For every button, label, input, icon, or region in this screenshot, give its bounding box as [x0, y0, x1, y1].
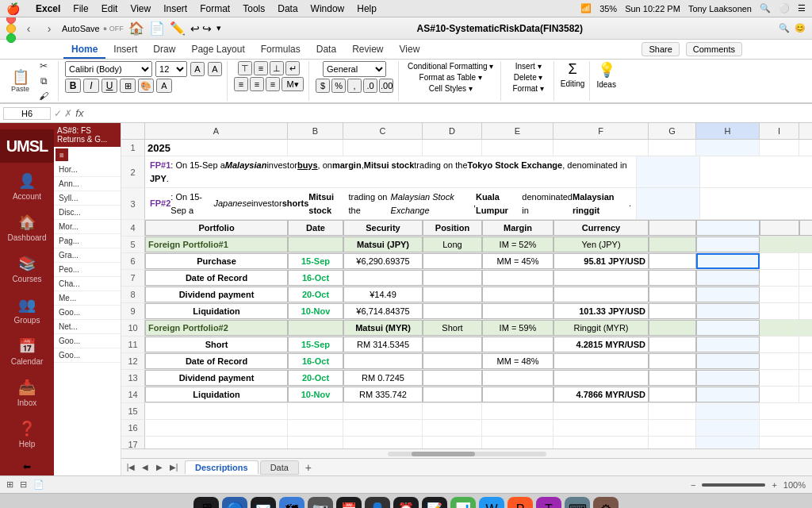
cell-E15[interactable]	[482, 403, 553, 419]
cell-F8[interactable]	[553, 287, 649, 302]
cell-B9[interactable]: 10-Nov	[288, 303, 343, 319]
cell-G1[interactable]	[649, 140, 696, 156]
sidebar-collapse-button[interactable]: ⬅	[0, 458, 54, 475]
cell-J7[interactable]	[799, 270, 812, 286]
cell-A4[interactable]: Portfolio	[145, 220, 288, 236]
copy-button[interactable]: ⧉	[34, 74, 53, 88]
cell-H9[interactable]	[696, 303, 760, 319]
decimal-decrease-button[interactable]: .00	[379, 79, 393, 93]
sheet-nav-next[interactable]: ▶	[153, 461, 166, 474]
cell-J12[interactable]	[799, 353, 812, 369]
cell-J9[interactable]	[799, 303, 812, 319]
cell-A6[interactable]: Purchase	[145, 253, 288, 269]
cell-D9[interactable]	[423, 303, 482, 319]
comments-button[interactable]: Comments	[686, 42, 742, 56]
lms-link-google2[interactable]: Goo...	[54, 334, 121, 348]
sheet-nav-prev[interactable]: ◀	[139, 461, 151, 474]
cell-I1[interactable]	[760, 140, 799, 156]
cell-G11[interactable]	[649, 337, 696, 352]
sheet-nav-first[interactable]: |◀	[124, 461, 137, 474]
cell-E8[interactable]	[482, 287, 553, 302]
wrap-text-button[interactable]: ↵	[285, 61, 300, 75]
cell-A13[interactable]: Dividend payment	[145, 370, 288, 386]
cell-B6[interactable]: 15-Sep	[288, 253, 343, 269]
back-button[interactable]: ‹	[21, 21, 36, 37]
more-icon[interactable]: ▾	[216, 23, 221, 33]
cell-H16[interactable]	[696, 420, 760, 436]
cell-A16[interactable]	[145, 420, 288, 436]
cell-H12[interactable]	[696, 353, 760, 369]
cell-D13[interactable]	[423, 370, 482, 386]
cell-I6[interactable]	[760, 253, 799, 269]
tab-review[interactable]: Review	[344, 41, 391, 59]
cell-B5[interactable]	[288, 237, 343, 252]
cell-C13[interactable]: RM 0.7245	[343, 370, 423, 386]
cell-F4[interactable]: Currency	[553, 220, 649, 236]
underline-button[interactable]: U	[102, 79, 117, 93]
tab-insert[interactable]: Insert	[105, 41, 145, 59]
cell-C10[interactable]: Matsui (MYR)	[343, 320, 423, 336]
font-size-select[interactable]: 12	[155, 61, 187, 77]
font-family-select[interactable]: Calibri (Body)	[65, 61, 152, 77]
cell-C14[interactable]: RM 335.742	[343, 387, 423, 402]
cell-F10[interactable]: Ringgit (MYR)	[553, 320, 649, 336]
cell-I4[interactable]	[760, 220, 799, 236]
control-center-icon[interactable]: ☰	[798, 3, 806, 13]
cell-A5[interactable]: Foreign Portfolio#1	[145, 237, 288, 252]
cell-A1[interactable]: 2025	[145, 140, 288, 156]
cell-C8[interactable]: ¥14.49	[343, 287, 423, 302]
cell-J13[interactable]	[799, 370, 812, 386]
dock-word[interactable]: W	[479, 497, 504, 509]
cell-C17[interactable]	[343, 437, 423, 448]
lms-link-pages[interactable]: Pag...	[54, 234, 121, 248]
cell-C6[interactable]: ¥6,290.69375	[343, 253, 423, 269]
zoom-in-button[interactable]: +	[772, 480, 776, 490]
cell-H5[interactable]	[696, 237, 760, 252]
decimal-increase-button[interactable]: .0	[363, 79, 377, 93]
insert-cells-button[interactable]: Insert ▾	[511, 61, 546, 71]
cell-C15[interactable]	[343, 403, 423, 419]
tab-page-layout[interactable]: Page Layout	[183, 41, 252, 59]
menu-data[interactable]: Data	[271, 2, 304, 15]
cell-F5[interactable]: Yen (JPY)	[553, 237, 649, 252]
menu-excel[interactable]: Excel	[29, 2, 67, 15]
cell-H6[interactable]	[696, 253, 760, 269]
cut-button[interactable]: ✂	[34, 60, 53, 73]
cell-D10[interactable]: Short	[423, 320, 482, 336]
cell-H8[interactable]	[696, 287, 760, 302]
lms-link-media[interactable]: Me...	[54, 291, 121, 306]
dock-reminders[interactable]: ⏰	[393, 497, 419, 509]
cell-D12[interactable]	[423, 353, 482, 369]
cell-J6[interactable]	[799, 253, 812, 269]
cell-D14[interactable]	[423, 387, 482, 402]
cell-A17[interactable]	[145, 437, 288, 448]
autosave-toggle[interactable]: AutoSave ● OFF	[62, 24, 124, 33]
merge-cells-button[interactable]: M▾	[282, 77, 304, 91]
sheet-tab-descriptions[interactable]: Descriptions	[185, 460, 259, 474]
formula-input[interactable]	[86, 108, 809, 119]
cell-A2-merged[interactable]: FP#1: On 15-Sep a Malaysian investor buy…	[145, 156, 637, 187]
bold-button[interactable]: B	[65, 79, 81, 93]
cell-E10[interactable]: IM = 59%	[482, 320, 553, 336]
layout-pageview-icon[interactable]: 📄	[33, 479, 44, 490]
cell-A15[interactable]	[145, 403, 288, 419]
italic-button[interactable]: I	[83, 79, 99, 93]
cell-H7[interactable]	[696, 270, 760, 286]
col-header-J[interactable]: J	[799, 123, 812, 139]
cell-B16[interactable]	[288, 420, 343, 436]
cell-D7[interactable]	[423, 270, 482, 286]
cell-I7[interactable]	[760, 270, 799, 286]
dock-mail[interactable]: ✉️	[251, 497, 276, 509]
cell-F1[interactable]	[553, 140, 649, 156]
cell-J10[interactable]	[799, 320, 812, 336]
sheet-tab-add[interactable]: +	[301, 460, 316, 475]
user-icon[interactable]: 😊	[795, 23, 806, 33]
cell-G6[interactable]	[649, 253, 696, 269]
cell-styles-button[interactable]: Cell Styles ▾	[427, 83, 475, 94]
cell-F17[interactable]	[553, 437, 649, 448]
cell-A8[interactable]: Dividend payment	[145, 287, 288, 302]
delete-cells-button[interactable]: Delete ▾	[509, 72, 548, 83]
cell-A10[interactable]: Foreign Portfolio#2	[145, 320, 288, 336]
cell-D16[interactable]	[423, 420, 482, 436]
lms-link-announcements[interactable]: Ann...	[54, 177, 121, 191]
